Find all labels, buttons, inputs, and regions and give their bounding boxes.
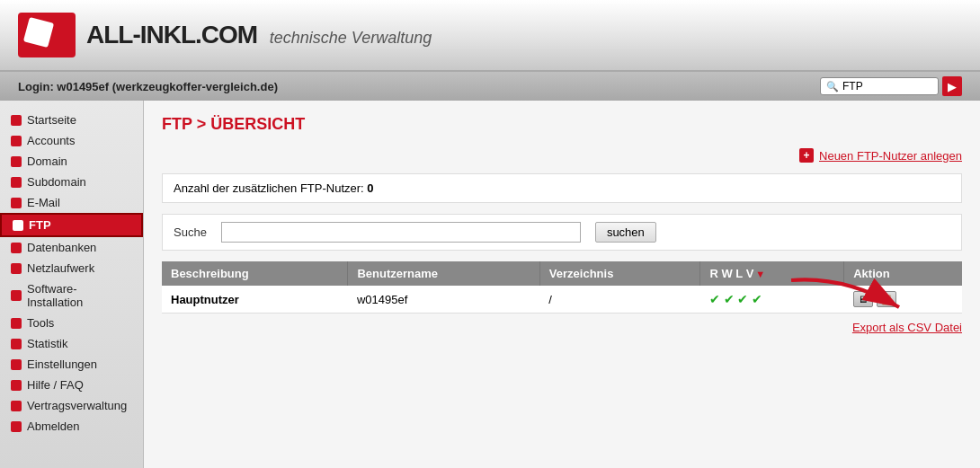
ftp-search-input[interactable] (221, 222, 581, 243)
sidebar-icon (13, 220, 23, 231)
search-row: Suche suchen (162, 214, 962, 251)
col-benutzername: Benutzername (348, 261, 539, 286)
top-action: + Neuen FTP-Nutzer anlegen (162, 148, 962, 163)
sidebar-icon (11, 339, 22, 349)
check-w: ✔ (724, 292, 735, 306)
new-ftp-user-link[interactable]: + Neuen FTP-Nutzer anlegen (799, 148, 962, 163)
sidebar-icon (11, 156, 22, 167)
page-title: FTP > ÜBERSICHT (162, 115, 962, 134)
info-bar: Anzahl der zusätzlichen FTP-Nutzer: 0 (162, 173, 962, 203)
login-bar: Login: w01495ef (werkzeugkoffer-vergleic… (0, 72, 980, 101)
sidebar-icon (11, 263, 22, 274)
red-arrow (773, 271, 917, 316)
sidebar-item-startseite[interactable]: Startseite (0, 110, 143, 130)
sidebar-item-einstellungen[interactable]: Einstellungen (0, 354, 143, 375)
logo-area: ALL-INKL.COM technische Verwaltung (18, 13, 432, 57)
sidebar-item-tools[interactable]: Tools (0, 313, 143, 333)
ftp-search-button[interactable]: suchen (595, 222, 656, 243)
ftp-count-label: Anzahl der zusätzlichen FTP-Nutzer: (174, 181, 364, 195)
sidebar-icon (11, 380, 22, 391)
sidebar-item-abmelden[interactable]: Abmelden (0, 416, 143, 437)
sidebar: Startseite Accounts Domain Subdomain E-M… (0, 101, 144, 468)
main-layout: Startseite Accounts Domain Subdomain E-M… (0, 101, 980, 468)
search-input[interactable] (842, 80, 932, 93)
tagline: technische Verwaltung (270, 29, 432, 47)
sidebar-item-datenbanken[interactable]: Datenbanken (0, 237, 143, 258)
check-l: ✔ (737, 292, 748, 306)
search-button[interactable]: ▶ (942, 76, 962, 96)
new-user-label: Neuen FTP-Nutzer anlegen (819, 149, 962, 163)
sidebar-icon (11, 359, 22, 370)
sidebar-icon (11, 421, 22, 432)
sidebar-item-hilfe[interactable]: Hilfe / FAQ (0, 375, 143, 395)
sidebar-icon (11, 115, 22, 126)
col-verzeichnis: Verzeichnis (539, 261, 700, 286)
search-label: Suche (174, 225, 207, 239)
sidebar-item-vertrag[interactable]: Vertragsverwaltung (0, 395, 143, 416)
sidebar-item-statistik[interactable]: Statistik (0, 333, 143, 354)
sidebar-item-subdomain[interactable]: Subdomain (0, 172, 143, 192)
sidebar-item-netzlaufwerk[interactable]: Netzlaufwerk (0, 258, 143, 278)
sidebar-item-email[interactable]: E-Mail (0, 192, 143, 213)
ftp-count-value: 0 (367, 181, 373, 195)
cell-verzeichnis: / (539, 286, 700, 313)
content: FTP > ÜBERSICHT + Neuen FTP-Nutzer anleg… (144, 101, 980, 468)
search-input-wrap: 🔍 (820, 77, 939, 95)
login-info: Login: w01495ef (werkzeugkoffer-vergleic… (18, 80, 278, 93)
check-v: ✔ (752, 292, 762, 306)
sidebar-item-domain[interactable]: Domain (0, 151, 143, 172)
sidebar-icon (11, 177, 22, 188)
sidebar-icon (11, 318, 22, 329)
sidebar-item-ftp[interactable]: FTP (0, 213, 143, 237)
sidebar-icon (11, 290, 22, 301)
export-row: Export als CSV Datei (162, 321, 962, 334)
sidebar-icon (11, 401, 22, 411)
sidebar-item-software[interactable]: Software-Installation (0, 278, 143, 313)
logo-text: ALL-INKL.COM (86, 21, 257, 49)
search-area: 🔍 ▶ (820, 76, 962, 96)
sidebar-icon (11, 243, 22, 253)
header: ALL-INKL.COM technische Verwaltung (0, 0, 980, 72)
logo-icon (18, 13, 76, 57)
sidebar-icon (11, 136, 22, 146)
sidebar-item-accounts[interactable]: Accounts (0, 130, 143, 151)
cell-benutzername: w01495ef (348, 286, 539, 313)
filter-icon: ▼ (755, 269, 765, 279)
search-icon: 🔍 (826, 81, 839, 93)
export-csv-link[interactable]: Export als CSV Datei (852, 321, 962, 334)
col-beschreibung: Beschreibung (162, 261, 348, 286)
plus-icon: + (799, 148, 814, 163)
sidebar-icon (11, 198, 22, 208)
check-r: ✔ (709, 292, 720, 306)
cell-beschreibung: Hauptnutzer (162, 286, 348, 313)
